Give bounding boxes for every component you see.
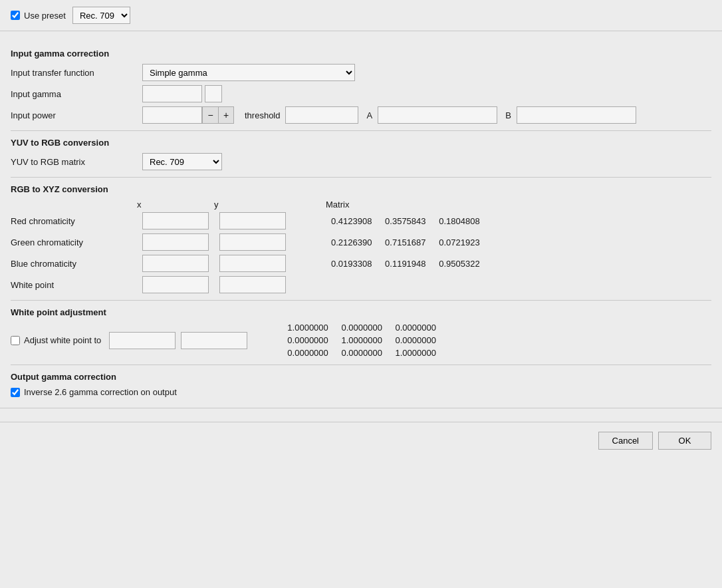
red-chromaticity-label: Red chromaticity <box>11 216 137 226</box>
matrix-row-3: 0.0193308 0.1191948 0.9505322 <box>331 259 480 269</box>
am01: 0.0000000 <box>341 323 382 333</box>
white-point-row: White point 0.312700 0.329000 <box>11 276 711 293</box>
green-x-field[interactable]: 0.300000 <box>142 233 209 251</box>
green-chromaticity-label: Green chromaticity <box>11 237 137 247</box>
m01: 0.3575843 <box>385 216 425 226</box>
b-field[interactable] <box>517 106 636 124</box>
use-preset-label[interactable]: Use preset <box>11 11 66 21</box>
adjust-white-point-label[interactable]: Adjust white point to <box>11 335 101 345</box>
output-gamma-section-title: Output gamma correction <box>11 372 711 382</box>
yuv-matrix-label: YUV to RGB matrix <box>11 157 137 167</box>
am02: 0.0000000 <box>396 323 436 333</box>
m22: 0.9505322 <box>439 259 479 269</box>
blue-x-field[interactable]: 0.150000 <box>142 255 209 272</box>
a-field[interactable] <box>378 106 497 124</box>
blue-chromaticity-label: Blue chromaticity <box>11 259 137 269</box>
col-matrix-header: Matrix <box>326 200 349 210</box>
threshold-label: threshold <box>245 110 280 120</box>
bottom-bar: Cancel OK <box>0 422 722 459</box>
preset-dropdown[interactable]: Rec. 709 sRGB P3 Custom <box>72 7 130 24</box>
white-x-field[interactable]: 0.312700 <box>142 276 209 293</box>
matrix-row-2: 0.2126390 0.7151687 0.0721923 <box>331 237 480 247</box>
b-label: B <box>505 110 511 120</box>
am11: 1.0000000 <box>341 335 382 345</box>
inverse-gamma-label[interactable]: Inverse 2.6 gamma correction on output <box>11 387 177 397</box>
ok-button[interactable]: OK <box>658 432 711 450</box>
input-gamma-row: Input gamma 2.20 <box>11 85 711 102</box>
matrix-row-1: 0.4123908 0.3575843 0.1804808 <box>331 216 480 226</box>
red-x-field[interactable]: 0.640000 <box>142 212 209 229</box>
am22: 1.0000000 <box>396 348 436 358</box>
input-gamma-section-title: Input gamma correction <box>11 49 711 59</box>
col-x-header: x <box>137 200 203 210</box>
col-y-header: y <box>214 200 281 210</box>
input-power-field[interactable]: 0.100000 <box>142 106 202 124</box>
main-content: Input gamma correction Input transfer fu… <box>0 31 722 397</box>
cancel-button[interactable]: Cancel <box>598 432 653 450</box>
am00: 1.0000000 <box>287 323 328 333</box>
adjust-white-point-text: Adjust white point to <box>24 335 101 345</box>
input-gamma-field[interactable]: 2.20 <box>142 85 202 102</box>
gamma-color-swatch <box>205 85 222 102</box>
white-point-adj-section-title: White point adjustment <box>11 307 711 317</box>
white-point-label: White point <box>11 280 137 290</box>
adjust-white-point-checkbox[interactable] <box>11 336 20 345</box>
m21: 0.1191948 <box>385 259 425 269</box>
m11: 0.7151687 <box>385 237 425 247</box>
m20: 0.0193308 <box>331 259 372 269</box>
use-preset-text: Use preset <box>24 11 66 21</box>
power-decrement-button[interactable]: − <box>202 106 218 124</box>
red-y-field[interactable]: 0.330000 <box>219 212 286 229</box>
adj-matrix-row-1: 1.0000000 0.0000000 0.0000000 <box>287 323 436 333</box>
red-chromaticity-row: Red chromaticity 0.640000 0.330000 0.412… <box>11 212 711 229</box>
m02: 0.1804808 <box>439 216 479 226</box>
a-label: A <box>366 110 372 120</box>
power-stepper: 0.100000 − + <box>142 106 234 124</box>
yuv-matrix-row: YUV to RGB matrix Rec. 709 Rec. 601 Rec.… <box>11 153 711 170</box>
blue-y-field[interactable]: 0.060000 <box>219 255 286 272</box>
input-power-label: Input power <box>11 110 137 120</box>
blue-chromaticity-row: Blue chromaticity 0.150000 0.060000 0.01… <box>11 255 711 272</box>
top-bar: Use preset Rec. 709 sRGB P3 Custom <box>0 0 722 31</box>
col-headers: x y Matrix <box>137 200 711 210</box>
use-preset-checkbox[interactable] <box>11 11 20 20</box>
transfer-function-label: Input transfer function <box>11 68 137 78</box>
input-gamma-label: Input gamma <box>11 89 137 99</box>
adj-matrix-container: 1.0000000 0.0000000 0.0000000 0.0000000 … <box>287 323 436 358</box>
white-y-field[interactable]: 0.329000 <box>219 276 286 293</box>
inverse-gamma-row: Inverse 2.6 gamma correction on output <box>11 387 711 397</box>
adjust-y-field[interactable] <box>181 332 247 349</box>
power-increment-button[interactable]: + <box>218 106 234 124</box>
m10: 0.2126390 <box>331 237 372 247</box>
yuv-matrix-dropdown[interactable]: Rec. 709 Rec. 601 Rec. 2020 <box>142 153 222 170</box>
am10: 0.0000000 <box>287 335 328 345</box>
adjust-x-field[interactable] <box>109 332 176 349</box>
m12: 0.0721923 <box>439 237 479 247</box>
rgb-xyz-section-title: RGB to XYZ conversion <box>11 184 711 194</box>
threshold-field[interactable] <box>285 106 358 124</box>
gamma-row-inner: 2.20 <box>142 85 222 102</box>
adj-matrix-row-2: 0.0000000 1.0000000 0.0000000 <box>287 335 436 345</box>
adjust-white-point-row: Adjust white point to 1.0000000 0.000000… <box>11 323 711 358</box>
inverse-gamma-checkbox[interactable] <box>11 388 20 397</box>
green-chromaticity-row: Green chromaticity 0.300000 0.600000 0.2… <box>11 233 711 251</box>
green-y-field[interactable]: 0.600000 <box>219 233 286 251</box>
m00: 0.4123908 <box>331 216 372 226</box>
input-power-row: Input power 0.100000 − + threshold A B <box>11 106 711 124</box>
am21: 0.0000000 <box>341 348 382 358</box>
transfer-function-dropdown[interactable]: Simple gamma sRGB Log Custom <box>142 64 355 81</box>
yuv-rgb-section-title: YUV to RGB conversion <box>11 138 711 148</box>
am12: 0.0000000 <box>396 335 436 345</box>
adj-matrix-row-3: 0.0000000 0.0000000 1.0000000 <box>287 348 436 358</box>
transfer-function-row: Input transfer function Simple gamma sRG… <box>11 64 711 81</box>
inverse-gamma-text: Inverse 2.6 gamma correction on output <box>24 387 177 397</box>
am20: 0.0000000 <box>287 348 328 358</box>
